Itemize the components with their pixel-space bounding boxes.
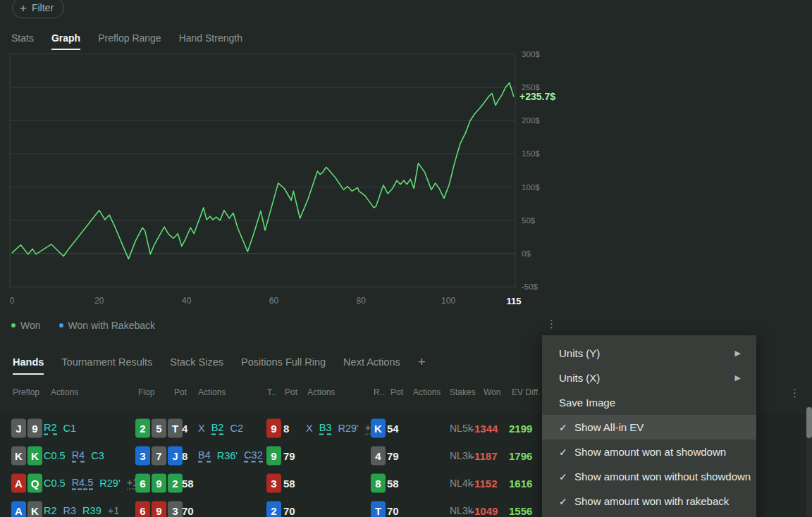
cards-group: 4 <box>371 446 386 465</box>
menu-item-label: Show amount won with rakeback <box>574 495 729 507</box>
card-9-heart: 9 <box>266 418 281 437</box>
scrollbar-thumb[interactable] <box>806 407 812 438</box>
actions-group: XB2C2 <box>198 421 243 435</box>
card-3-diamond: 3 <box>135 446 150 465</box>
menu-item-show-amount-won-with-rakeback[interactable]: ✓Show amount won with rakeback <box>542 489 756 513</box>
table-scrollbar[interactable] <box>806 407 812 517</box>
column-header-won[interactable]: Won <box>484 387 500 397</box>
action-link[interactable]: R39 <box>82 504 102 516</box>
action-link[interactable]: R4 <box>72 449 85 462</box>
tab-preflop-range[interactable]: Preflop Range <box>98 32 161 50</box>
legend-label: Won with Rakeback <box>68 320 155 331</box>
menu-item-save-image[interactable]: Save Image <box>542 390 756 415</box>
table-options-icon[interactable]: ⋮ <box>789 387 800 398</box>
action-link[interactable]: R2 <box>44 504 57 516</box>
column-header-actions[interactable]: Actions <box>51 387 78 397</box>
flop-pot: 70 <box>182 504 194 516</box>
menu-item-show-amount-won-without-showdown[interactable]: ✓Show amount won without showdown <box>542 464 756 489</box>
menu-item-label: Units (X) <box>559 372 600 384</box>
y-tick-label: 200$ <box>522 116 540 125</box>
legend-item-won[interactable]: Won <box>11 320 41 331</box>
column-header-pot[interactable]: Pot <box>174 387 187 397</box>
action-link[interactable]: C3 <box>91 449 104 461</box>
action-link[interactable]: X <box>198 422 205 434</box>
action-link[interactable]: C1 <box>63 422 77 434</box>
tab-stack-sizes[interactable]: Stack Sizes <box>170 356 223 375</box>
action-link[interactable]: C32 <box>244 449 263 462</box>
action-link[interactable]: R4.5 <box>72 476 94 490</box>
actions-group: XB3R29'+1 <box>306 421 376 435</box>
tab-tournament-results[interactable]: Tournament Results <box>61 356 152 375</box>
y-tick-label: 100$ <box>522 183 540 192</box>
column-header-actions[interactable]: Actions <box>413 387 441 397</box>
actions-group: B4R36'C32 <box>198 449 263 462</box>
cards-group: K <box>371 418 386 437</box>
menu-item-units-x-[interactable]: Units (X)▶ <box>542 366 756 390</box>
y-tick-label: 50$ <box>522 216 535 225</box>
column-header-flop[interactable]: Flop <box>138 387 154 397</box>
card-A-diamond: A <box>11 501 26 517</box>
column-header-preflop[interactable]: Preflop <box>13 387 39 397</box>
action-link[interactable]: C2 <box>230 422 243 434</box>
action-link[interactable]: R29' <box>99 477 120 489</box>
action-link[interactable]: R36' <box>217 449 238 461</box>
ev-diff-value: 1796 <box>509 449 532 461</box>
ev-diff-value: 1556 <box>509 504 532 516</box>
card-K-club: K <box>27 446 42 465</box>
x-tick-label: 80 <box>357 296 366 306</box>
legend-dot-icon <box>11 323 16 328</box>
menu-item-units-y-[interactable]: Units (Y)▶ <box>542 341 756 366</box>
actions-group: C0.5R4C3 <box>44 449 104 462</box>
action-link[interactable]: R29' <box>338 422 358 434</box>
action-link[interactable]: C0.5 <box>44 477 66 489</box>
column-header-actions[interactable]: Actions <box>307 387 335 397</box>
tab-graph[interactable]: Graph <box>51 32 80 50</box>
menu-item-show-all-in-ev[interactable]: ✓Show All-in EV <box>542 415 756 440</box>
checkmark-icon: ✓ <box>559 422 574 433</box>
tab-next-actions[interactable]: Next Actions <box>343 356 400 375</box>
card-9-spade: 9 <box>27 418 42 437</box>
action-link[interactable]: B2 <box>211 421 224 435</box>
card-7-spade: 7 <box>152 446 166 465</box>
cards-group: 693 <box>135 501 183 517</box>
action-link[interactable]: R3 <box>63 504 77 516</box>
action-link[interactable]: B4 <box>198 449 211 462</box>
cards-group: 8 <box>371 473 386 492</box>
won-line-series <box>12 82 514 258</box>
cards-group: KK <box>11 446 42 465</box>
y-tick-label: 150$ <box>522 149 540 158</box>
column-header-actions[interactable]: Actions <box>198 387 226 397</box>
action-link[interactable]: X <box>306 422 313 434</box>
action-link[interactable]: C0.5 <box>44 449 66 461</box>
column-header-pot[interactable]: Pot <box>285 387 297 397</box>
tab-hands[interactable]: Hands <box>13 356 44 375</box>
action-link[interactable]: R2 <box>44 421 57 435</box>
submenu-arrow-icon: ▶ <box>735 373 741 382</box>
legend-item-won-with-rakeback[interactable]: Won with Rakeback <box>59 320 155 331</box>
card-A-heart: A <box>11 473 26 492</box>
card-J-diamond: J <box>168 446 183 465</box>
add-tab-button[interactable]: + <box>418 354 426 375</box>
card-2-club: 2 <box>135 418 150 437</box>
action-link[interactable]: +1 <box>108 504 120 516</box>
filter-button[interactable]: + Filter <box>12 0 64 18</box>
menu-item-show-amount-won-at-showdown[interactable]: ✓Show amount won at showdown <box>542 440 756 464</box>
column-header-pot[interactable]: Pot <box>390 387 403 397</box>
chart-options-icon[interactable]: ⋮ <box>546 318 557 329</box>
y-tick-label: 300$ <box>522 50 540 58</box>
tab-positions-full-ring[interactable]: Positions Full Ring <box>241 356 326 375</box>
won-value: -1049 <box>471 504 498 516</box>
menu-item-label: Units (Y) <box>559 347 600 359</box>
card-T-diamond: T <box>371 501 386 517</box>
card-9-club: 9 <box>152 473 166 492</box>
tab-stats[interactable]: Stats <box>11 32 34 50</box>
column-header-evdiff[interactable]: EV Diff. <box>512 387 540 397</box>
column-header-r[interactable]: R.. <box>374 387 384 397</box>
tab-hand-strength[interactable]: Hand Strength <box>179 32 242 50</box>
column-header-stakes[interactable]: Stakes <box>450 387 476 397</box>
x-tick-label: 60 <box>269 296 278 306</box>
column-header-t[interactable]: T.. <box>267 387 276 397</box>
action-link[interactable]: B3 <box>319 421 332 435</box>
cards-group: AK <box>11 501 42 517</box>
cards-group: 25T <box>135 418 183 437</box>
